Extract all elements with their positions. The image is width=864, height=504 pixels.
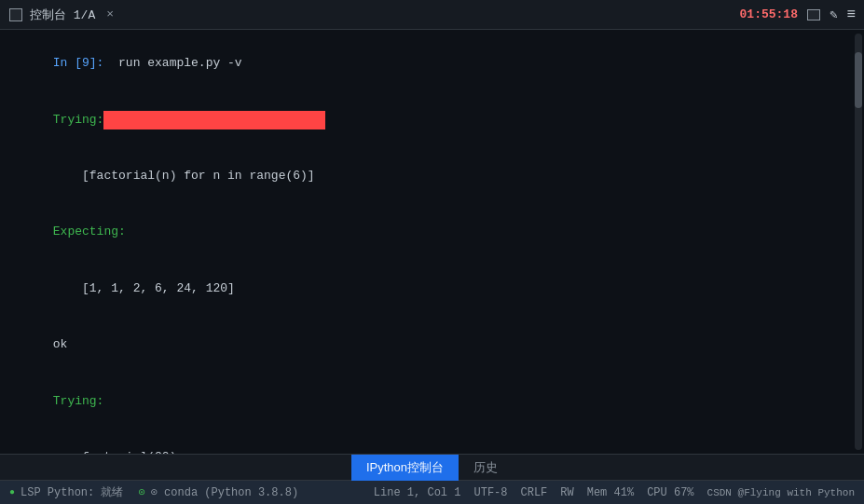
menu-icon[interactable]: ≡: [846, 7, 855, 23]
tab-bar: IPython控制台 历史: [0, 454, 864, 480]
conda-status: ⊙ ⊙ conda (Python 3.8.8): [138, 485, 298, 499]
prompt-command: run example.py -v: [111, 56, 241, 70]
status-bar: ● LSP Python: 就绪 ⊙ ⊙ conda (Python 3.8.8…: [0, 480, 864, 504]
code-line-2: [1, 1, 2, 6, 24, 120]: [53, 281, 235, 295]
rw-status-text: RW: [560, 486, 573, 499]
console-line-prompt: In [9]: run example.py -v: [9, 35, 855, 91]
console-line-1: [factorial(n) for n in range(6)]: [9, 148, 855, 204]
code-line-1: [factorial(n) for n in range(6)]: [53, 169, 315, 183]
tab-ipython-console[interactable]: IPython控制台: [351, 455, 459, 481]
stop-button[interactable]: [807, 9, 820, 20]
main-area: In [9]: run example.py -v Trying: [facto…: [0, 30, 864, 454]
lsp-status-text: LSP Python: 就绪: [21, 484, 123, 500]
title-bar-label: 控制台 1/A: [30, 7, 95, 23]
lsp-status: ● LSP Python: 就绪: [9, 484, 123, 500]
csdn-watermark: CSDN @Flying with Python: [707, 487, 855, 498]
encoding-text: UTF-8: [473, 486, 507, 499]
console-line-3: factorial(30): [9, 429, 855, 454]
tab-history[interactable]: 历史: [459, 455, 513, 481]
console-line-trying2: Trying:: [9, 374, 855, 429]
mem-status-text: Mem 41%: [587, 486, 634, 499]
prompt-label: In [9]:: [53, 56, 111, 70]
highlight-box: [103, 111, 325, 129]
status-right: Line 1, Col 1 UTF-8 CRLF RW Mem 41% CPU …: [374, 486, 855, 499]
scrollbar[interactable]: [855, 34, 862, 450]
line-col-text: Line 1, Col 1: [374, 486, 461, 499]
ok-label-1: ok: [53, 337, 68, 351]
conda-info-text: ⊙ conda (Python 3.8.8): [151, 485, 298, 499]
clock-display: 01:55:18: [740, 7, 798, 21]
trying-label-1: Trying:: [53, 113, 104, 127]
line-ending-text: CRLF: [521, 486, 548, 499]
close-icon[interactable]: ×: [103, 7, 117, 21]
trying-label-2: Trying:: [53, 394, 104, 408]
lsp-dot: ●: [9, 487, 15, 497]
code-line-3: factorial(30): [53, 450, 177, 454]
console-line-2: [1, 1, 2, 6, 24, 120]: [9, 261, 855, 317]
title-bar-left: 控制台 1/A ×: [9, 7, 117, 23]
console-line-ok1: ok: [9, 317, 855, 373]
cpu-status-text: CPU 67%: [647, 486, 693, 499]
console-line-expecting1: Expecting:: [9, 204, 855, 260]
console-line-trying1: Trying:: [9, 91, 855, 147]
scrollbar-thumb[interactable]: [855, 52, 862, 108]
terminal-icon: [9, 8, 22, 21]
title-bar-right: 01:55:18 ✎ ≡: [740, 7, 855, 23]
conda-circle-icon: ⊙: [138, 485, 144, 499]
pencil-icon[interactable]: ✎: [830, 7, 837, 22]
title-bar: 控制台 1/A × 01:55:18 ✎ ≡: [0, 0, 864, 30]
console-output: In [9]: run example.py -v Trying: [facto…: [0, 30, 864, 454]
expecting-label-1: Expecting:: [53, 225, 126, 238]
